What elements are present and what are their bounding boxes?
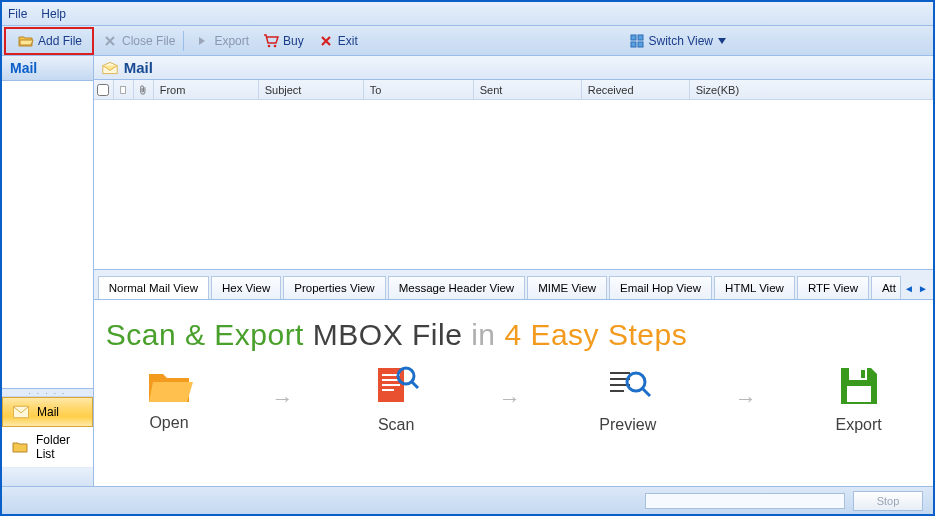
switch-view-button[interactable]: Switch View (623, 30, 733, 52)
envelope-icon (13, 404, 29, 420)
buy-button[interactable]: Buy (257, 30, 310, 52)
open-folder-icon (145, 366, 193, 406)
svg-rect-22 (861, 370, 865, 378)
promo-panel: Scan & Export MBOX File in 4 Easy Steps … (94, 300, 933, 486)
promo-word-scan-export: Scan & Export (106, 318, 304, 351)
tab-mime-view[interactable]: MIME View (527, 276, 607, 299)
menu-help[interactable]: Help (41, 7, 66, 21)
tab-message-header-view[interactable]: Message Header View (388, 276, 526, 299)
column-from[interactable]: From (154, 80, 259, 99)
stop-button[interactable]: Stop (853, 491, 923, 511)
tab-email-hop-view[interactable]: Email Hop View (609, 276, 712, 299)
svg-rect-11 (382, 384, 400, 386)
menu-file[interactable]: File (8, 7, 27, 21)
svg-rect-4 (631, 42, 636, 47)
exit-button[interactable]: Exit (312, 30, 364, 52)
buy-label: Buy (283, 34, 304, 48)
export-arrow-icon (194, 33, 210, 49)
arrow-icon: → (272, 386, 294, 412)
select-all-checkbox[interactable] (97, 84, 109, 96)
column-size[interactable]: Size(KB) (690, 80, 933, 99)
svg-rect-15 (610, 372, 630, 374)
tab-attachments[interactable]: Att (871, 276, 901, 299)
view-tabs: Normal Mail View Hex View Properties Vie… (94, 270, 933, 300)
mail-pane-title: Mail (124, 59, 153, 76)
add-file-button[interactable]: Add File (12, 30, 88, 52)
flag-icon (120, 84, 127, 96)
step-open-label: Open (149, 414, 188, 432)
mail-grid-body[interactable] (94, 100, 933, 270)
column-sent[interactable]: Sent (474, 80, 582, 99)
sidebar-footer-strip (2, 468, 93, 486)
column-to[interactable]: To (364, 80, 474, 99)
column-checkbox[interactable] (94, 80, 114, 99)
sidebar-nav: · · · · · Mail Folder List (2, 388, 93, 486)
tab-rtf-view[interactable]: RTF View (797, 276, 869, 299)
promo-title: Scan & Export MBOX File in 4 Easy Steps (106, 318, 921, 352)
tab-html-view[interactable]: HTML View (714, 276, 795, 299)
toolbar-separator (183, 31, 184, 51)
sidebar-header: Mail (2, 56, 93, 81)
svg-point-19 (627, 373, 645, 391)
step-scan: Scan (372, 364, 420, 434)
sidebar-grip[interactable]: · · · · · (2, 389, 93, 397)
right-pane: Mail From Subject To Sent Received Size(… (94, 56, 933, 486)
toolbar: Add File Close File Export Buy Exit Swit… (2, 26, 933, 56)
arrow-icon: → (735, 386, 757, 412)
export-button[interactable]: Export (188, 30, 255, 52)
step-preview: Preview (599, 364, 656, 434)
sidebar-item-folder-list-label: Folder List (36, 433, 83, 461)
svg-rect-3 (638, 35, 643, 40)
save-disk-icon (837, 364, 881, 408)
step-open: Open (145, 366, 193, 432)
cart-icon (263, 33, 279, 49)
add-file-label: Add File (38, 34, 82, 48)
promo-word-in: in (471, 318, 495, 351)
close-file-label: Close File (122, 34, 175, 48)
close-file-button[interactable]: Close File (96, 30, 181, 52)
sidebar-item-mail[interactable]: Mail (2, 397, 93, 427)
mail-pane-header: Mail (94, 56, 933, 80)
close-file-icon (102, 33, 118, 49)
tab-scroll-arrows: ◄ ► (903, 280, 929, 299)
svg-line-14 (412, 382, 418, 388)
column-subject[interactable]: Subject (259, 80, 364, 99)
svg-rect-18 (610, 390, 624, 392)
exit-label: Exit (338, 34, 358, 48)
tab-properties-view[interactable]: Properties View (283, 276, 385, 299)
promo-word-easy-steps: Easy Steps (530, 318, 687, 351)
folder-open-icon (18, 33, 34, 49)
tab-normal-mail-view[interactable]: Normal Mail View (98, 276, 209, 299)
step-export-label: Export (835, 416, 881, 434)
exit-icon (318, 33, 334, 49)
sidebar-item-mail-label: Mail (37, 405, 59, 419)
svg-rect-12 (382, 389, 394, 391)
envelope-open-icon (102, 60, 118, 76)
column-received[interactable]: Received (582, 80, 690, 99)
svg-rect-23 (847, 386, 871, 402)
switch-view-label: Switch View (649, 34, 713, 48)
left-sidebar: Mail · · · · · Mail Folder List (2, 56, 94, 486)
progress-bar (645, 493, 845, 509)
mail-grid-header: From Subject To Sent Received Size(KB) (94, 80, 933, 100)
folder-tree[interactable] (2, 81, 93, 388)
column-attachment[interactable] (134, 80, 154, 99)
svg-rect-2 (631, 35, 636, 40)
svg-rect-6 (13, 406, 28, 418)
tab-scroll-left[interactable]: ◄ (903, 280, 915, 296)
sidebar-item-folder-list[interactable]: Folder List (2, 427, 93, 468)
promo-word-four: 4 (504, 318, 521, 351)
paperclip-icon (140, 83, 147, 97)
add-file-highlight: Add File (4, 27, 94, 55)
promo-word-mbox-file: MBOX File (313, 318, 463, 351)
tab-hex-view[interactable]: Hex View (211, 276, 281, 299)
step-preview-label: Preview (599, 416, 656, 434)
svg-point-1 (274, 44, 277, 47)
svg-point-0 (268, 44, 271, 47)
status-bar: Stop (2, 486, 933, 514)
column-flag[interactable] (114, 80, 134, 99)
folder-icon (12, 439, 28, 455)
promo-steps: Open → Scan → Preview → (106, 364, 921, 434)
tab-scroll-right[interactable]: ► (917, 280, 929, 296)
menu-bar: File Help (2, 2, 933, 26)
